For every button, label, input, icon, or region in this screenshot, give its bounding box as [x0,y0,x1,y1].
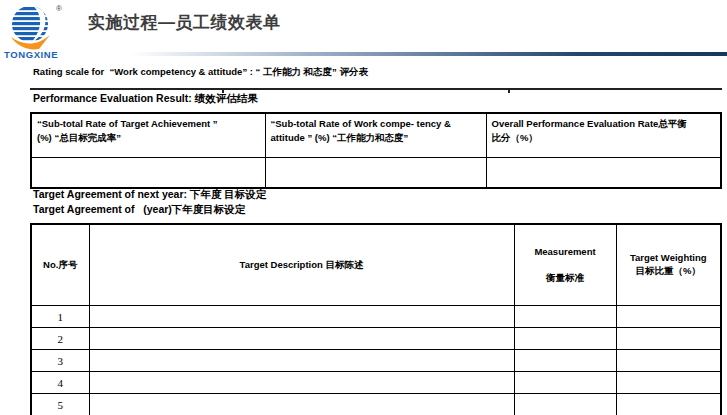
target-agreement-line2: Target Agreement of (year)下年度目标设定 [33,203,245,217]
performance-table-header-row: “Sub-total Rate of Target Achievement ” … [31,113,721,158]
registered-trademark: ® [56,4,62,13]
col-overall-rate: Overall Performance Evaluation Rate总平衡 比… [486,113,721,158]
col-description: Target Description 目标陈述 [89,224,514,306]
table-row: 2 [31,328,721,350]
empty-cell [89,350,514,372]
section-divider [30,88,722,90]
empty-cell [514,394,616,415]
performance-table-value-row [31,158,721,189]
performance-result-heading: Performance Evaluation Result: 绩效评估结果 [33,92,258,106]
target-agreement-table: No.序号 Target Description 目标陈述 Measuremen… [30,223,722,415]
performance-result-table: “Sub-total Rate of Target Achievement ” … [30,112,722,189]
empty-cell [616,306,721,328]
empty-cell [89,394,514,415]
col-measurement: Measurement 衡量标准 [514,224,616,306]
company-logo: ® TONGXINE [4,4,74,64]
empty-cell [616,350,721,372]
empty-cell [616,372,721,394]
table-row: 4 [31,372,721,394]
empty-cell [486,158,721,189]
target-agreement-line1: Target Agreement of next year: 下年度 目标设定 [33,188,266,202]
empty-cell [514,328,616,350]
row-number-cell: 4 [31,372,89,394]
empty-cell [514,350,616,372]
divider-tick [508,88,510,93]
row-number-cell: 1 [31,306,89,328]
weighting-label-en: Target Weighting [630,252,707,263]
empty-cell [89,306,514,328]
title-underline [130,52,727,56]
empty-cell [616,394,721,415]
empty-cell [514,372,616,394]
rating-scale-caption: Rating scale for “Work competency & atti… [33,66,713,79]
row-number-cell: 3 [31,350,89,372]
empty-cell [265,158,486,189]
col-work-competency: “Sub-total Rate of Work compe- tency & a… [265,113,486,158]
brand-name: TONGXINE [4,49,74,60]
slide-page: ® TONGXINE 实施过程—员工绩效表单 Rating scale for … [0,0,727,415]
empty-cell [31,158,265,189]
row-number-cell: 2 [31,328,89,350]
page-title: 实施过程—员工绩效表单 [88,11,281,34]
empty-cell [89,372,514,394]
measurement-label-zh: 衡量标准 [517,272,614,285]
table-row: 3 [31,350,721,372]
empty-cell [89,328,514,350]
weighting-label-zh: 目标比重（%） [636,265,701,276]
table-row: 1 [31,306,721,328]
empty-cell [514,306,616,328]
col-number: No.序号 [31,224,89,306]
target-table-header-row: No.序号 Target Description 目标陈述 Measuremen… [31,224,721,306]
row-number-cell: 5 [31,394,89,415]
table-row: 5 [31,394,721,415]
empty-cell [616,328,721,350]
col-weighting: Target Weighting 目标比重（%） [616,224,721,306]
measurement-label-en: Measurement [534,246,595,257]
col-target-achievement: “Sub-total Rate of Target Achievement ” … [31,113,265,158]
